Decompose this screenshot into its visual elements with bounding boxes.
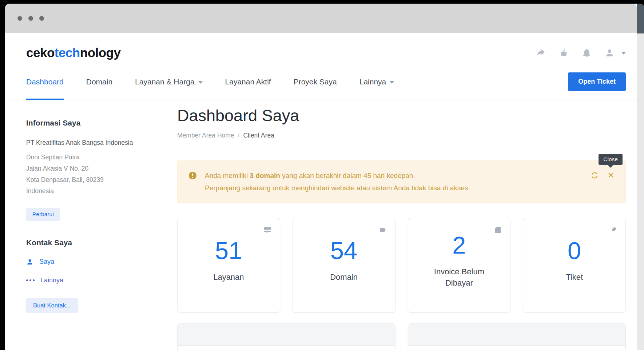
alert-line-1: Anda memiliki 3 domain yang akan berakhi… bbox=[205, 170, 583, 182]
header-icons bbox=[536, 48, 626, 58]
panel-header bbox=[178, 324, 395, 346]
address-line: Indonesia bbox=[26, 186, 159, 197]
sidebar: Informasi Saya PT Kreatifitas Anak Bangs… bbox=[26, 100, 159, 350]
stat-label: Domain bbox=[330, 271, 358, 283]
stat-value: 2 bbox=[452, 233, 466, 257]
person-icon bbox=[26, 258, 33, 266]
tab-layanan-harga[interactable]: Layanan & Harga bbox=[135, 63, 202, 100]
window-control-dot[interactable] bbox=[17, 16, 22, 21]
logo[interactable]: cekotechnology bbox=[26, 45, 120, 60]
panel-header bbox=[408, 324, 626, 346]
bottom-panel-right bbox=[408, 323, 626, 350]
tab-label: Dashboard bbox=[26, 77, 64, 86]
bell-icon[interactable] bbox=[582, 48, 592, 58]
logo-part-1: ceko bbox=[26, 45, 55, 60]
cart-icon[interactable] bbox=[559, 48, 569, 58]
label-icon bbox=[378, 226, 387, 234]
user-menu[interactable] bbox=[605, 48, 626, 58]
address-line: Jalan Akasia V No. 20 bbox=[26, 163, 159, 174]
stat-card-tiket[interactable]: 0 Tiket bbox=[523, 218, 626, 313]
tab-label: Domain bbox=[86, 77, 112, 86]
browser-window: cekotechnology Dashboard Domain Layanan … bbox=[5, 4, 644, 350]
share-icon[interactable] bbox=[536, 48, 546, 58]
breadcrumb: Member Area Home/Client Area bbox=[177, 132, 626, 139]
user-icon bbox=[605, 48, 615, 58]
page-title: Dashboard Saya bbox=[177, 106, 626, 125]
stats-row: 51 Layanan 54 Domain 2 Invoice Belum Dib… bbox=[177, 218, 626, 313]
stat-card-layanan[interactable]: 51 Layanan bbox=[177, 218, 280, 313]
info-heading: Informasi Saya bbox=[26, 119, 159, 127]
page-body: Informasi Saya PT Kreatifitas Anak Bangs… bbox=[5, 100, 644, 350]
file-icon bbox=[493, 226, 502, 234]
stat-label: Invoice Belum Dibayar bbox=[426, 266, 492, 289]
tab-layanan-aktif[interactable]: Layanan Aktif bbox=[225, 63, 271, 100]
contact-link-label: Lainnya bbox=[40, 277, 63, 284]
tab-dashboard[interactable]: Dashboard bbox=[26, 63, 64, 100]
tab-label: Layanan Aktif bbox=[225, 77, 271, 86]
browser-titlebar bbox=[5, 4, 637, 33]
tab-lainnya[interactable]: Lainnya bbox=[359, 63, 394, 100]
logo-part-2: tech bbox=[55, 45, 80, 60]
domain-expiry-alert: Anda memiliki 3 domain yang akan berakhi… bbox=[177, 160, 626, 203]
breadcrumb-current: Client Area bbox=[243, 132, 274, 139]
bottom-panels bbox=[177, 323, 626, 350]
tab-label: Layanan & Harga bbox=[135, 77, 194, 86]
contact-link-label: Saya bbox=[39, 258, 54, 266]
contacts-heading: Kontak Saya bbox=[26, 238, 159, 247]
contact-link-saya[interactable]: Saya bbox=[26, 258, 159, 266]
stat-value: 54 bbox=[330, 238, 358, 263]
stat-card-domain[interactable]: 54 Domain bbox=[293, 218, 395, 313]
stat-card-invoice[interactable]: 2 Invoice Belum Dibayar bbox=[408, 218, 511, 313]
chevron-down-icon bbox=[198, 81, 203, 84]
update-button[interactable]: Perbarui bbox=[26, 208, 60, 221]
breadcrumb-home[interactable]: Member Area Home bbox=[177, 132, 234, 139]
tab-label: Lainnya bbox=[359, 77, 386, 86]
stat-value: 51 bbox=[215, 238, 242, 263]
close-tooltip: Close bbox=[599, 154, 623, 165]
alert-actions: ✕ bbox=[591, 171, 615, 179]
warning-icon bbox=[188, 171, 197, 180]
address-block: Doni Septian Putra Jalan Akasia V No. 20… bbox=[26, 152, 159, 197]
tab-domain[interactable]: Domain bbox=[86, 63, 112, 100]
window-control-dot[interactable] bbox=[39, 16, 44, 21]
tag-icon bbox=[609, 226, 617, 234]
window-control-dot[interactable] bbox=[28, 16, 33, 21]
main-content: Dashboard Saya Member Area Home/Client A… bbox=[177, 100, 626, 350]
bottom-panel-left bbox=[177, 323, 395, 350]
alert-line-2: Perpanjang sekarang untuk menghindari we… bbox=[205, 182, 583, 194]
address-line: Kota Denpasar, Bali, 80239 bbox=[26, 174, 159, 186]
tab-label: Proyek Saya bbox=[294, 77, 337, 86]
app-header: cekotechnology bbox=[5, 33, 644, 63]
more-horizontal-icon bbox=[26, 279, 35, 281]
stat-label: Tiket bbox=[566, 271, 583, 283]
company-name: PT Kreatifitas Anak Bangsa Indonesia bbox=[26, 139, 159, 147]
refresh-icon[interactable] bbox=[591, 171, 599, 179]
open-ticket-button[interactable]: Open Ticket bbox=[568, 72, 626, 91]
close-icon[interactable]: ✕ bbox=[607, 171, 615, 179]
stat-value: 0 bbox=[568, 238, 581, 263]
chevron-down-icon bbox=[390, 81, 394, 84]
alert-text: Anda memiliki 3 domain yang akan berakhi… bbox=[205, 170, 583, 194]
scrollbar[interactable] bbox=[637, 4, 644, 350]
chevron-down-icon bbox=[621, 52, 626, 55]
create-contact-button[interactable]: Buat Kontak... bbox=[26, 298, 78, 313]
contact-link-lainnya[interactable]: Lainnya bbox=[26, 277, 159, 284]
logo-part-3: nology bbox=[80, 45, 121, 60]
breadcrumb-separator: / bbox=[238, 132, 240, 139]
main-nav: Dashboard Domain Layanan & Harga Layanan… bbox=[5, 63, 644, 100]
scrollbar-thumb[interactable] bbox=[637, 4, 644, 33]
address-line: Doni Septian Putra bbox=[26, 152, 159, 163]
tab-proyek-saya[interactable]: Proyek Saya bbox=[294, 63, 337, 100]
server-icon bbox=[263, 226, 272, 234]
stat-label: Layanan bbox=[213, 271, 244, 283]
window-controls bbox=[17, 16, 44, 21]
